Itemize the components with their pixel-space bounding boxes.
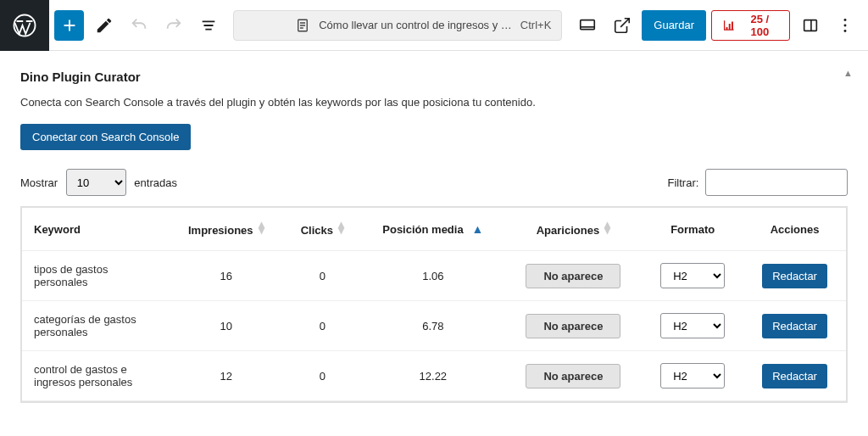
format-select[interactable]: H2 [660, 313, 725, 338]
panel-description: Conecta con Search Console a través del … [20, 96, 848, 109]
clicks-cell: 0 [284, 251, 361, 301]
clicks-cell: 0 [284, 301, 361, 351]
filter-input[interactable] [705, 169, 848, 196]
appearance-badge: No aparece [526, 314, 620, 338]
show-label: Mostrar [20, 176, 58, 189]
svg-point-5 [843, 24, 846, 26]
redactar-button[interactable]: Redactar [762, 314, 827, 338]
keyword-cell: tipos de gastos personales [22, 251, 169, 301]
col-posicion[interactable]: Posición media ▲ [361, 208, 505, 251]
entries-control: Mostrar 10 entradas [20, 169, 177, 196]
svg-point-6 [843, 29, 846, 31]
apariciones-cell: No aparece [505, 301, 643, 351]
undo-button[interactable] [124, 10, 153, 41]
table-row: control de gastos e ingresos personales … [22, 351, 846, 401]
seo-score-value: 25 / 100 [741, 13, 780, 38]
document-icon [295, 18, 310, 33]
table-controls: Mostrar 10 entradas Filtrar: [20, 169, 848, 196]
table-row: tipos de gastos personales 16 0 1.06 No … [22, 251, 846, 301]
formato-cell: H2 [642, 301, 743, 351]
top-toolbar: Cómo llevar un control de ingresos y … C… [0, 0, 868, 51]
wordpress-logo[interactable] [0, 0, 49, 51]
dots-vertical-icon [836, 16, 854, 35]
plus-icon [60, 16, 79, 35]
col-clicks[interactable]: Clicks▴▾ [284, 208, 361, 251]
add-block-button[interactable] [54, 10, 84, 41]
sidebar-icon [801, 16, 820, 35]
col-apariciones[interactable]: Apariciones▴▾ [505, 208, 643, 251]
edit-button[interactable] [89, 10, 119, 41]
keyword-cell: control de gastos e ingresos personales [22, 351, 169, 401]
format-select[interactable]: H2 [660, 263, 725, 288]
col-keyword[interactable]: Keyword [22, 208, 169, 251]
panel-title: Dino Plugin Curator [20, 70, 848, 84]
document-outline-button[interactable] [193, 10, 223, 41]
posicion-cell: 1.06 [361, 251, 505, 301]
chart-icon [722, 19, 736, 32]
svg-rect-3 [804, 20, 816, 31]
redo-icon [164, 16, 183, 35]
view-desktop-button[interactable] [572, 10, 602, 41]
sidebar-toggle-button[interactable] [795, 10, 825, 41]
keyword-cell: categorías de gastos personales [22, 301, 169, 351]
list-icon [199, 16, 218, 35]
impresiones-cell: 16 [169, 251, 284, 301]
seo-score-button[interactable]: 25 / 100 [711, 10, 790, 41]
svg-rect-2 [581, 20, 595, 29]
apariciones-cell: No aparece [505, 251, 643, 301]
pencil-icon [95, 16, 114, 35]
filter-label: Filtrar: [668, 176, 699, 189]
redo-button[interactable] [159, 10, 188, 41]
entries-select[interactable]: 10 [66, 169, 126, 196]
wordpress-icon [12, 13, 37, 38]
save-button[interactable]: Guardar [642, 10, 706, 41]
impresiones-cell: 12 [169, 351, 284, 401]
connect-search-console-button[interactable]: Conectar con Search Console [20, 124, 191, 150]
format-select[interactable]: H2 [660, 363, 725, 388]
collapse-toggle[interactable]: ▲ [843, 68, 853, 78]
keywords-table: Keyword Impresiones▴▾ Clicks▴▾ Posición … [20, 206, 848, 403]
sort-icon: ▴▾ [338, 221, 344, 233]
posicion-cell: 6.78 [361, 301, 505, 351]
col-impresiones[interactable]: Impresiones▴▾ [169, 208, 284, 251]
keyboard-shortcut: Ctrl+K [520, 19, 551, 31]
appearance-badge: No aparece [526, 264, 620, 288]
col-formato[interactable]: Formato [642, 208, 743, 251]
more-options-button[interactable] [830, 10, 860, 41]
redactar-button[interactable]: Redactar [762, 264, 827, 288]
desktop-icon [578, 16, 597, 35]
external-link-icon [613, 16, 632, 35]
document-title: Cómo llevar un control de ingresos y … [319, 19, 512, 31]
entries-label: entradas [134, 176, 177, 189]
clicks-cell: 0 [284, 351, 361, 401]
document-title-bar[interactable]: Cómo llevar un control de ingresos y … C… [233, 10, 562, 41]
sort-asc-icon: ▲ [469, 226, 484, 232]
appearance-badge: No aparece [526, 364, 620, 388]
undo-icon [130, 16, 148, 35]
acciones-cell: Redactar [743, 301, 846, 351]
posicion-cell: 12.22 [361, 351, 505, 401]
col-acciones[interactable]: Acciones [743, 208, 846, 251]
apariciones-cell: No aparece [505, 351, 643, 401]
formato-cell: H2 [642, 251, 743, 301]
plugin-panel: ▲ Dino Plugin Curator Conecta con Search… [0, 51, 868, 403]
redactar-button[interactable]: Redactar [762, 364, 827, 388]
sort-icon: ▴▾ [604, 221, 610, 233]
open-external-button[interactable] [607, 10, 637, 41]
filter-control: Filtrar: [668, 169, 848, 196]
sort-icon: ▴▾ [259, 221, 264, 233]
acciones-cell: Redactar [743, 251, 846, 301]
impresiones-cell: 10 [169, 301, 284, 351]
svg-point-4 [843, 19, 846, 21]
table-row: categorías de gastos personales 10 0 6.7… [22, 301, 846, 351]
acciones-cell: Redactar [743, 351, 846, 401]
formato-cell: H2 [642, 351, 743, 401]
